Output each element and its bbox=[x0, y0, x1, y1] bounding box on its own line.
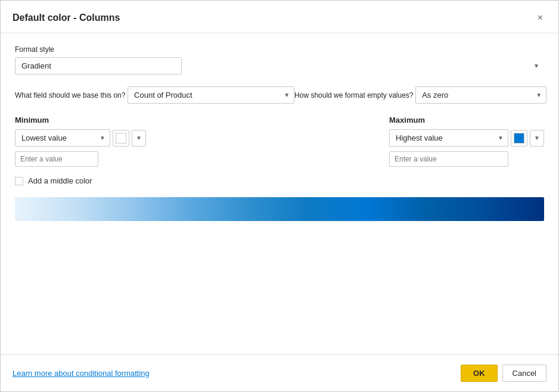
dialog-body: Format style Gradient Rules Field value … bbox=[1, 33, 558, 354]
middle-color-row: Add a middle color bbox=[15, 176, 544, 185]
dialog-footer: Learn more about conditional formatting … bbox=[1, 354, 558, 391]
max-value-select[interactable]: Highest value Number Percent Percentile … bbox=[389, 129, 508, 147]
field-base-wrapper: Count of Product ▼ bbox=[128, 86, 294, 104]
max-color-swatch bbox=[514, 133, 524, 144]
gradient-preview bbox=[15, 197, 544, 221]
middle-color-checkbox[interactable] bbox=[15, 177, 23, 185]
ok-button[interactable]: OK bbox=[461, 365, 498, 382]
format-style-chevron-icon: ▼ bbox=[533, 63, 539, 69]
max-color-dropdown-chevron-icon: ▼ bbox=[534, 135, 540, 141]
format-style-select[interactable]: Gradient Rules Field value bbox=[15, 57, 182, 74]
min-max-row: Minimum Lowest value Number Percent Perc… bbox=[15, 116, 544, 167]
min-value-select[interactable]: Lowest value Number Percent Percentile F… bbox=[15, 129, 110, 147]
minimum-controls: Lowest value Number Percent Percentile F… bbox=[15, 129, 146, 147]
close-icon: × bbox=[538, 13, 543, 23]
footer-buttons: OK Cancel bbox=[461, 365, 546, 382]
middle-color-label: Add a middle color bbox=[28, 176, 92, 185]
min-color-dropdown-button[interactable]: ▼ bbox=[132, 130, 146, 147]
empty-values-section: How should we format empty values? As ze… bbox=[294, 86, 546, 104]
format-style-wrapper: Gradient Rules Field value ▼ bbox=[15, 57, 544, 74]
empty-values-wrapper: As zero As blank ▼ bbox=[415, 86, 546, 104]
max-color-swatch-button[interactable] bbox=[511, 130, 527, 147]
min-color-swatch bbox=[116, 133, 126, 144]
dialog-title: Default color - Columns bbox=[13, 13, 120, 23]
min-color-swatch-button[interactable] bbox=[113, 130, 129, 147]
min-value-input[interactable] bbox=[15, 151, 98, 167]
field-base-section: What field should we base this on? Count… bbox=[15, 86, 294, 104]
max-value-select-wrapper: Highest value Number Percent Percentile … bbox=[389, 129, 508, 147]
format-style-section: Format style Gradient Rules Field value … bbox=[15, 45, 544, 74]
maximum-label: Maximum bbox=[389, 116, 544, 125]
maximum-controls: Highest value Number Percent Percentile … bbox=[389, 129, 544, 147]
empty-values-label: How should we format empty values? bbox=[294, 91, 413, 99]
maximum-section: Maximum Highest value Number Percent Per… bbox=[389, 116, 544, 167]
dialog: Default color - Columns × Format style G… bbox=[0, 0, 559, 392]
cancel-button[interactable]: Cancel bbox=[502, 365, 546, 382]
max-color-dropdown-button[interactable]: ▼ bbox=[530, 130, 544, 147]
min-color-dropdown-chevron-icon: ▼ bbox=[136, 135, 142, 141]
field-base-select[interactable]: Count of Product bbox=[128, 86, 294, 104]
min-value-select-wrapper: Lowest value Number Percent Percentile F… bbox=[15, 129, 110, 147]
empty-values-select[interactable]: As zero As blank bbox=[415, 86, 546, 104]
minimum-section: Minimum Lowest value Number Percent Perc… bbox=[15, 116, 146, 167]
field-empty-row: What field should we base this on? Count… bbox=[15, 86, 544, 104]
field-base-label: What field should we base this on? bbox=[15, 91, 125, 99]
close-button[interactable]: × bbox=[534, 10, 546, 26]
dialog-header: Default color - Columns × bbox=[1, 1, 558, 33]
minimum-label: Minimum bbox=[15, 116, 146, 125]
max-value-input[interactable] bbox=[389, 151, 508, 167]
learn-more-link[interactable]: Learn more about conditional formatting bbox=[13, 369, 150, 378]
format-style-label: Format style bbox=[15, 45, 544, 54]
